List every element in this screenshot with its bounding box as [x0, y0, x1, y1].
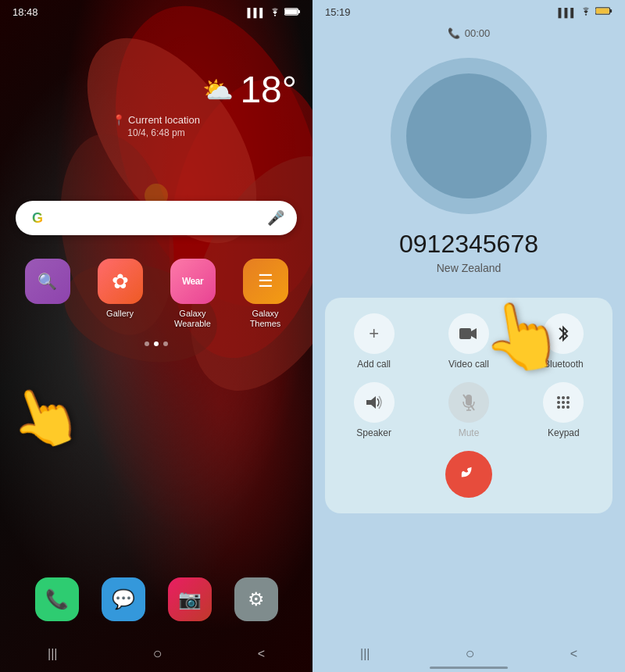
weather-row: ⛅ 18°: [16, 68, 297, 111]
video-call-button[interactable]: Video call: [427, 313, 509, 370]
svg-rect-8: [298, 9, 301, 13]
temperature: 18°: [240, 68, 297, 111]
caller-avatar-inner: [406, 73, 531, 198]
caller-avatar-circle: [391, 58, 547, 214]
svg-rect-9: [285, 9, 298, 14]
svg-rect-12: [596, 9, 609, 14]
controls-row-1: + Add call Video call: [333, 313, 605, 370]
add-call-button[interactable]: + Add call: [333, 313, 415, 370]
speaker-label: Speaker: [356, 427, 391, 438]
end-call-button[interactable]: [445, 451, 492, 498]
app-item-gallery[interactable]: ✿ Gallery: [88, 259, 152, 329]
keypad-button[interactable]: Keypad: [523, 382, 605, 438]
keypad-label: Keypad: [548, 427, 580, 438]
app-grid: 🔍 ✿ Gallery Wear GalaxyWearable ☰ Galaxy…: [0, 259, 312, 329]
speaker-button[interactable]: Speaker: [333, 382, 415, 438]
google-search-bar[interactable]: G 🎤: [16, 201, 297, 235]
bluetooth-button[interactable]: Bluetooth: [523, 313, 605, 370]
galaxy-wearable-label: GalaxyWearable: [174, 309, 211, 329]
left-wifi-icon: [269, 7, 281, 18]
dock-settings[interactable]: ⚙: [234, 577, 278, 621]
call-duration: 00:00: [465, 27, 491, 39]
galaxy-wearable-icon[interactable]: Wear: [170, 259, 216, 304]
svg-point-27: [566, 406, 570, 409]
video-call-label: Video call: [448, 359, 489, 370]
weather-date: 10/4, 6:48 pm: [16, 127, 297, 138]
right-nav-back[interactable]: <: [570, 647, 577, 661]
weather-location: 📍 Current location: [16, 114, 297, 126]
video-call-icon[interactable]: [448, 313, 489, 354]
left-nav-bar: ||| ○ <: [0, 638, 312, 672]
left-signal-icon: ▌▌▌: [248, 8, 266, 17]
galaxy-themes-icon[interactable]: ☰: [243, 259, 288, 304]
left-status-icons: ▌▌▌: [248, 7, 300, 18]
nav-menu-btn[interactable]: |||: [48, 647, 57, 661]
dot-3: [163, 341, 168, 346]
hidden-app-icon[interactable]: 🔍: [25, 259, 70, 304]
keypad-icon[interactable]: [543, 382, 584, 423]
nav-back-btn[interactable]: <: [258, 647, 265, 661]
bluetooth-icon[interactable]: [543, 313, 584, 354]
svg-point-24: [566, 401, 570, 404]
svg-point-25: [557, 406, 560, 409]
svg-rect-11: [610, 9, 612, 13]
svg-marker-14: [366, 396, 376, 409]
svg-point-26: [562, 406, 565, 409]
dock-phone[interactable]: 📞: [35, 577, 79, 621]
app-item-hidden[interactable]: 🔍: [16, 259, 79, 329]
galaxy-themes-label: GalaxyThemes: [250, 309, 281, 329]
right-wifi-icon: [580, 6, 592, 18]
svg-point-21: [566, 396, 570, 399]
dock-messages[interactable]: 💬: [102, 577, 145, 621]
svg-point-23: [562, 401, 565, 404]
right-phone: 15:19 ▌▌▌ 📞 00:00: [312, 0, 625, 672]
right-nav-menu[interactable]: |||: [360, 647, 370, 661]
svg-point-19: [557, 396, 560, 399]
mute-icon[interactable]: [448, 382, 489, 423]
end-call-row: [333, 451, 605, 506]
right-time: 15:19: [325, 6, 351, 18]
mute-label: Mute: [459, 427, 480, 438]
dot-2-active: [154, 341, 159, 346]
controls-row-2: Speaker Mute: [333, 382, 605, 438]
left-status-bar: 18:48 ▌▌▌: [0, 0, 312, 21]
google-logo: G: [28, 209, 47, 227]
svg-rect-13: [459, 328, 471, 339]
location-pin-icon: 📍: [112, 114, 125, 126]
app-item-galaxy-themes[interactable]: ☰ GalaxyThemes: [234, 259, 297, 329]
app-item-galaxy-wearable[interactable]: Wear GalaxyWearable: [161, 259, 224, 329]
call-phone-icon: 📞: [448, 27, 460, 39]
dot-1: [145, 341, 149, 346]
right-status-icons: ▌▌▌: [559, 6, 612, 18]
caller-number: 0912345678: [328, 230, 609, 259]
mute-button[interactable]: Mute: [427, 382, 509, 438]
gallery-label: Gallery: [106, 309, 134, 319]
dock: 📞 💬 📷 ⚙: [0, 568, 312, 631]
home-dots: [0, 341, 312, 346]
right-nav-home[interactable]: ○: [466, 645, 475, 663]
right-battery-icon: [595, 6, 612, 18]
add-call-label: Add call: [357, 359, 391, 370]
left-battery-icon: [284, 7, 300, 18]
nav-home-btn[interactable]: ○: [153, 645, 162, 663]
weather-widget: ⛅ 18° 📍 Current location 10/4, 6:48 pm: [0, 21, 312, 138]
call-controls-panel: + Add call Video call: [325, 298, 612, 513]
left-time: 18:48: [12, 6, 38, 18]
svg-point-20: [562, 396, 565, 399]
bluetooth-label: Bluetooth: [544, 359, 584, 370]
caller-location: New Zealand: [312, 262, 625, 274]
left-phone: 18:48 ▌▌▌ ⛅ 18°: [0, 0, 312, 672]
speaker-icon[interactable]: [354, 382, 395, 423]
gallery-icon[interactable]: ✿: [98, 259, 143, 304]
search-mic-icon[interactable]: 🎤: [267, 209, 284, 227]
right-status-bar: 15:19 ▌▌▌: [312, 0, 625, 21]
right-signal-icon: ▌▌▌: [559, 8, 577, 17]
right-nav-bar: ||| ○ <: [312, 638, 625, 672]
nav-indicator-line: [430, 667, 508, 669]
weather-icon: ⛅: [202, 75, 234, 105]
call-timer-row: 📞 00:00: [448, 27, 491, 39]
dock-camera[interactable]: 📷: [168, 577, 212, 621]
svg-point-22: [557, 401, 560, 404]
add-call-icon[interactable]: +: [354, 313, 395, 354]
call-header: 📞 00:00: [312, 21, 625, 42]
